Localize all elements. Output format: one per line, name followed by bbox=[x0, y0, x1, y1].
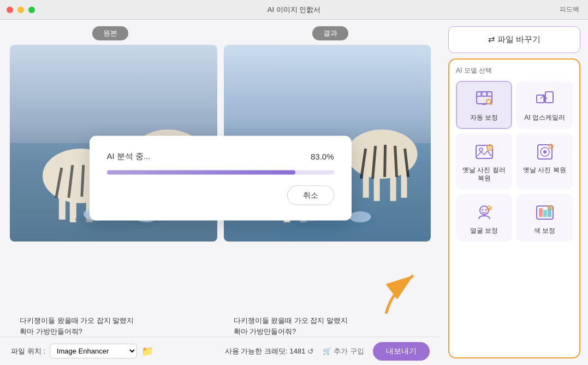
old-photo-color-icon bbox=[474, 142, 494, 162]
model-card-auto-repair[interactable]: 자동 보정 bbox=[456, 81, 512, 129]
progress-label: AI 분석 중... bbox=[107, 151, 151, 161]
face-repair-icon bbox=[474, 203, 494, 222]
auto-repair-icon bbox=[474, 90, 494, 109]
svg-point-92 bbox=[543, 150, 547, 154]
cancel-button[interactable]: 취소 bbox=[287, 185, 334, 205]
auto-repair-label: 자동 보정 bbox=[470, 114, 498, 122]
original-caption-text: 다키쟁이들 왔을때 가오 잡지 말랬지확마 가방만들어줘? bbox=[10, 311, 217, 339]
model-card-face-repair[interactable]: 얼굴 보정 bbox=[456, 194, 512, 242]
original-caption: 다키쟁이들 왔을때 가오 잡지 말랬지확마 가방만들어줘? bbox=[10, 311, 217, 339]
svg-rect-46 bbox=[373, 169, 379, 201]
refresh-icon[interactable]: ↺ bbox=[307, 347, 314, 356]
old-photo-restore-icon bbox=[535, 142, 555, 162]
model-section-title: AI 모델 선택 bbox=[456, 66, 573, 75]
purchase-link[interactable]: 🛒 추가 구입 bbox=[323, 346, 364, 356]
svg-point-26 bbox=[59, 222, 124, 239]
old-photo-restore-label: 옛날 사진 복원 bbox=[523, 166, 566, 175]
model-grid: 자동 보정 AI 업스케일러 bbox=[456, 81, 573, 242]
result-caption-text: 다키쟁이들 왔을때 가오 잡지 말랬지확마 가방만들어줘? bbox=[224, 311, 431, 339]
svg-point-55 bbox=[272, 222, 338, 239]
old-photo-color-label: 옛날 사진 컬러 복원 bbox=[461, 166, 507, 183]
credits-label: 사용 가능한 크레딧: bbox=[225, 346, 288, 356]
svg-rect-104 bbox=[543, 210, 547, 217]
purchase-icon: 🛒 bbox=[323, 347, 331, 355]
folder-icon[interactable]: 📁 bbox=[141, 345, 153, 357]
svg-rect-1 bbox=[59, 187, 66, 220]
result-label-wrapper: 결과 bbox=[221, 26, 441, 40]
result-label: 결과 bbox=[312, 26, 348, 40]
svg-rect-75 bbox=[482, 92, 486, 96]
image-area: 원본 결과 bbox=[0, 20, 441, 365]
purchase-label: 추가 구입 bbox=[334, 346, 364, 356]
svg-line-51 bbox=[384, 145, 385, 177]
window-controls bbox=[7, 7, 35, 13]
svg-point-84 bbox=[479, 148, 483, 151]
original-label-wrapper: 원본 bbox=[0, 26, 221, 40]
progress-bar-fill bbox=[107, 170, 295, 174]
model-card-color-correction[interactable]: 색 보정 bbox=[516, 194, 573, 242]
main-content: 원본 결과 bbox=[0, 20, 588, 365]
svg-point-100 bbox=[485, 209, 486, 210]
svg-rect-103 bbox=[539, 208, 543, 217]
credits-number: 1481 bbox=[289, 347, 305, 355]
images-row: AI 분석 중... 83.0% 취소 bbox=[0, 45, 441, 311]
svg-rect-83 bbox=[476, 145, 492, 158]
title-bar: AI 이미지 인핤서 피드백 bbox=[0, 0, 588, 20]
ai-upscaler-label: AI 업스케일러 bbox=[524, 114, 565, 122]
progress-dialog: AI 분석 중... 83.0% 취소 bbox=[90, 136, 352, 220]
model-card-ai-upscaler[interactable]: AI 업스케일러 bbox=[516, 81, 573, 129]
model-card-old-photo-color[interactable]: 옛날 사진 컬러 복원 bbox=[456, 133, 512, 190]
progress-percentage: 83.0% bbox=[311, 151, 334, 161]
app-title: AI 이미지 인핤서 bbox=[268, 5, 321, 15]
close-button[interactable] bbox=[7, 7, 13, 13]
svg-line-52 bbox=[395, 146, 396, 177]
credits-count: 사용 가능한 크레딧: 1481 ↺ bbox=[225, 346, 314, 356]
file-location-label: 파일 위치 : bbox=[11, 346, 45, 356]
ai-upscaler-icon bbox=[535, 90, 555, 109]
file-location: 파일 위치 : Image Enhancer 📁 bbox=[11, 344, 153, 358]
progress-bar-background bbox=[107, 170, 334, 174]
result-caption: 다키쟁이들 왔을때 가오 잡지 말랬지확마 가방만들어줘? bbox=[224, 311, 431, 339]
captions-row: 다키쟁이들 왔을때 가오 잡지 말랬지확마 가방만들어줘? 다키쟁이들 왔을때 … bbox=[0, 311, 441, 339]
color-correction-label: 색 보정 bbox=[534, 227, 555, 236]
right-panel: ⇄ 파일 바꾸기 AI 모델 선택 bbox=[441, 20, 588, 365]
svg-rect-48 bbox=[401, 168, 407, 198]
svg-rect-73 bbox=[477, 92, 492, 104]
original-label: 원본 bbox=[92, 26, 128, 40]
file-location-select[interactable]: Image Enhancer bbox=[50, 344, 137, 358]
change-file-button[interactable]: ⇄ 파일 바꾸기 bbox=[448, 26, 580, 53]
color-correction-icon bbox=[535, 203, 555, 222]
bottom-bar: 파일 위치 : Image Enhancer 📁 사용 가능한 크레딧: 148… bbox=[0, 337, 441, 365]
svg-point-78 bbox=[486, 99, 491, 104]
svg-rect-2 bbox=[70, 187, 76, 222]
model-card-old-photo-restore[interactable]: 옛날 사진 복원 bbox=[516, 133, 573, 190]
export-button[interactable]: 내보내기 bbox=[373, 342, 430, 361]
face-repair-label: 얼굴 보정 bbox=[470, 227, 498, 236]
svg-rect-45 bbox=[363, 168, 369, 198]
feedback-link[interactable]: 피드백 bbox=[560, 5, 579, 14]
svg-point-57 bbox=[349, 211, 371, 222]
svg-point-99 bbox=[482, 209, 483, 210]
model-section: AI 모델 선택 bbox=[448, 58, 580, 358]
progress-cancel-row: 취소 bbox=[107, 185, 334, 205]
svg-rect-81 bbox=[545, 92, 553, 103]
maximize-button[interactable] bbox=[28, 7, 35, 13]
minimize-button[interactable] bbox=[17, 7, 24, 13]
progress-header: AI 분석 중... 83.0% bbox=[107, 151, 334, 161]
svg-line-7 bbox=[82, 165, 84, 197]
image-labels: 원본 결과 bbox=[0, 20, 441, 45]
credits-area: 사용 가능한 크레딧: 1481 ↺ 🛒 추가 구입 내보내기 bbox=[225, 342, 430, 361]
